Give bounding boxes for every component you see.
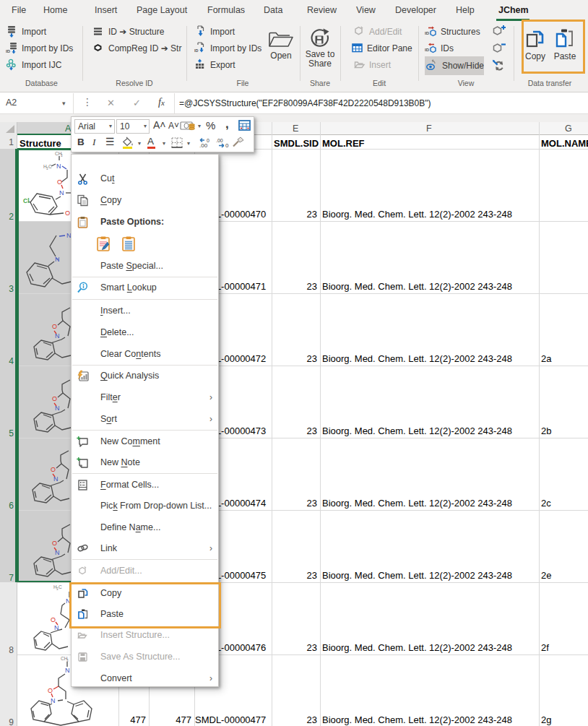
svg-text:Cl: Cl <box>23 197 30 204</box>
svg-text:ID: ID <box>194 48 199 53</box>
svg-text:O: O <box>51 466 56 473</box>
svg-text:O: O <box>48 687 53 694</box>
svg-text:N: N <box>55 256 60 263</box>
svg-text:O: O <box>51 616 56 623</box>
svg-text:C: C <box>59 584 62 589</box>
svg-text:N: N <box>55 405 60 412</box>
svg-text:3: 3 <box>61 154 63 157</box>
svg-text:N: N <box>59 189 64 196</box>
svg-text:0: 0 <box>207 138 209 143</box>
svg-text:N: N <box>65 667 70 674</box>
svg-text:O: O <box>57 178 62 186</box>
svg-text:O: O <box>52 540 57 547</box>
svg-text:N: N <box>51 697 56 704</box>
svg-text:.00: .00 <box>199 142 208 148</box>
svg-text:0: 0 <box>225 142 229 148</box>
svg-text:ID: ID <box>425 31 430 35</box>
svg-text:.00: .00 <box>216 138 223 143</box>
svg-text:N: N <box>54 624 59 631</box>
svg-text:O: O <box>52 395 57 402</box>
svg-text:N: N <box>53 475 59 483</box>
svg-text:O: O <box>65 209 70 217</box>
svg-text:N: N <box>56 163 61 170</box>
svg-text:O: O <box>52 323 57 330</box>
svg-text:N: N <box>55 549 60 556</box>
svg-text:ID: ID <box>425 48 430 52</box>
svg-text:ID: ID <box>6 49 11 53</box>
svg-text:N: N <box>55 332 60 340</box>
svg-text:C: C <box>48 164 52 169</box>
svg-text:3: 3 <box>66 659 69 662</box>
